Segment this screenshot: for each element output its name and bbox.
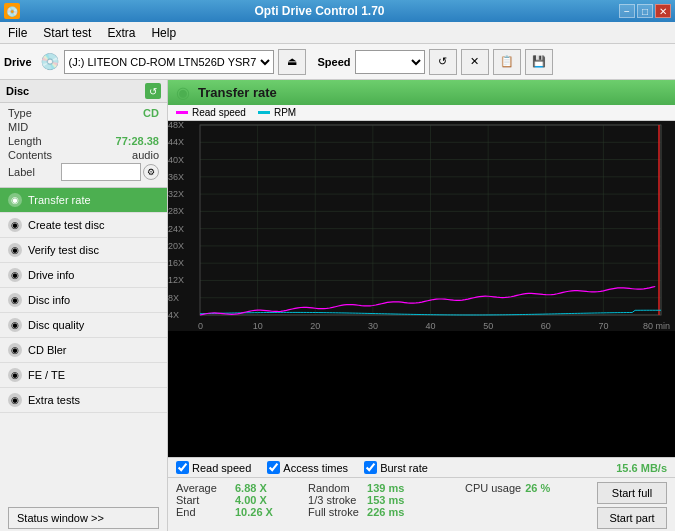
disc-label-key: Label [8, 166, 35, 178]
check-burst-rate[interactable]: Burst rate [364, 461, 428, 474]
nav-list: ◉ Transfer rate ◉ Create test disc ◉ Ver… [0, 188, 167, 413]
refresh-button[interactable]: ↺ [429, 49, 457, 75]
drive-label: Drive [4, 56, 32, 68]
stat-cpu-row: CPU usage 26 % [465, 482, 589, 494]
nav-icon-quality: ◉ [8, 318, 22, 332]
close-button[interactable]: ✕ [655, 4, 671, 18]
chart-controls: Read speed Access times Burst rate 15.6 … [168, 457, 675, 478]
stat-cpu-val: 26 % [525, 482, 575, 494]
stat-random-row: Random 139 ms [308, 482, 457, 494]
disc-refresh-icon[interactable]: ↺ [145, 83, 161, 99]
disc-length-row: Length 77:28.38 [8, 135, 159, 147]
disc-type-key: Type [8, 107, 32, 119]
nav-cd-bler[interactable]: ◉ CD Bler [0, 338, 167, 363]
nav-transfer-rate[interactable]: ◉ Transfer rate [0, 188, 167, 213]
nav-label-create: Create test disc [28, 219, 104, 231]
checkbox-access-times[interactable] [267, 461, 280, 474]
stat-fullstroke-row: Full stroke 226 ms [308, 506, 457, 518]
disc-mid-row: MID [8, 121, 159, 133]
stat-end-row: End 10.26 X [176, 506, 300, 518]
nav-label-disc: Disc info [28, 294, 70, 306]
nav-verify-test-disc[interactable]: ◉ Verify test disc [0, 238, 167, 263]
titlebar-controls: − □ ✕ [619, 4, 671, 18]
stat-stroke13-row: 1/3 stroke 153 ms [308, 494, 457, 506]
disc-length-key: Length [8, 135, 42, 147]
stat-average-val: 6.88 X [235, 482, 285, 494]
drive-icon: 💿 [40, 52, 60, 71]
menu-starttest[interactable]: Start test [35, 22, 99, 43]
clear-button[interactable]: ✕ [461, 49, 489, 75]
legend-rpm: RPM [258, 107, 296, 118]
nav-icon-extra: ◉ [8, 393, 22, 407]
nav-icon-disc: ◉ [8, 293, 22, 307]
disc-contents-val: audio [132, 149, 159, 161]
nav-disc-info[interactable]: ◉ Disc info [0, 288, 167, 313]
speed-select[interactable] [355, 50, 425, 74]
start-part-button[interactable]: Start part [597, 507, 667, 529]
action-buttons: Start full Start part [597, 482, 667, 529]
disc-header: Disc ↺ [0, 80, 167, 103]
status-window-button[interactable]: Status window >> [8, 507, 159, 529]
nav-icon-transfer: ◉ [8, 193, 22, 207]
legend-label-rpm: RPM [274, 107, 296, 118]
copy-button[interactable]: 📋 [493, 49, 521, 75]
minimize-button[interactable]: − [619, 4, 635, 18]
stat-start-key: Start [176, 494, 231, 506]
stat-random-val: 139 ms [367, 482, 417, 494]
nav-icon-create: ◉ [8, 218, 22, 232]
nav-label-cdbler: CD Bler [28, 344, 67, 356]
nav-fe-te[interactable]: ◉ FE / TE [0, 363, 167, 388]
check-read-label: Read speed [192, 462, 251, 474]
start-full-button[interactable]: Start full [597, 482, 667, 504]
chart-legend: Read speed RPM [168, 105, 675, 121]
nav-icon-fete: ◉ [8, 368, 22, 382]
window-title: Opti Drive Control 1.70 [20, 4, 619, 18]
check-read-speed[interactable]: Read speed [176, 461, 251, 474]
legend-read-speed: Read speed [176, 107, 246, 118]
checkbox-read-speed[interactable] [176, 461, 189, 474]
nav-icon-drive: ◉ [8, 268, 22, 282]
menu-file[interactable]: File [0, 22, 35, 43]
nav-icon-verify: ◉ [8, 243, 22, 257]
check-access-times[interactable]: Access times [267, 461, 348, 474]
disc-mid-key: MID [8, 121, 28, 133]
stat-end-key: End [176, 506, 231, 518]
disc-contents-key: Contents [8, 149, 52, 161]
check-burst-label: Burst rate [380, 462, 428, 474]
maximize-button[interactable]: □ [637, 4, 653, 18]
nav-drive-info[interactable]: ◉ Drive info [0, 263, 167, 288]
legend-label-read: Read speed [192, 107, 246, 118]
disc-length-val: 77:28.38 [116, 135, 159, 147]
nav-create-test-disc[interactable]: ◉ Create test disc [0, 213, 167, 238]
stat-random-key: Random [308, 482, 363, 494]
nav-label-verify: Verify test disc [28, 244, 99, 256]
disc-header-label: Disc [6, 85, 29, 97]
stats-col3: CPU usage 26 % [465, 482, 589, 529]
save-button[interactable]: 💾 [525, 49, 553, 75]
menu-extra[interactable]: Extra [99, 22, 143, 43]
check-access-label: Access times [283, 462, 348, 474]
stats-area: Average 6.88 X Start 4.00 X End 10.26 X … [168, 478, 675, 531]
menubar: File Start test Extra Help [0, 22, 675, 44]
disc-label-input[interactable] [61, 163, 141, 181]
disc-info: Type CD MID Length 77:28.38 Contents aud… [0, 103, 167, 188]
eject-button[interactable]: ⏏ [278, 49, 306, 75]
stat-average-row: Average 6.88 X [176, 482, 300, 494]
menu-help[interactable]: Help [143, 22, 184, 43]
drive-select[interactable]: (J:) LITEON CD-ROM LTN526D YSR7 [64, 50, 274, 74]
nav-extra-tests[interactable]: ◉ Extra tests [0, 388, 167, 413]
nav-label-quality: Disc quality [28, 319, 84, 331]
stats-col2: Random 139 ms 1/3 stroke 153 ms Full str… [308, 482, 457, 529]
chart-header: ◉ Transfer rate [168, 80, 675, 105]
disc-type-row: Type CD [8, 107, 159, 119]
disc-contents-row: Contents audio [8, 149, 159, 161]
toolbar: Drive 💿 (J:) LITEON CD-ROM LTN526D YSR7 … [0, 44, 675, 80]
disc-settings-icon[interactable]: ⚙ [143, 164, 159, 180]
checkbox-burst-rate[interactable] [364, 461, 377, 474]
nav-disc-quality[interactable]: ◉ Disc quality [0, 313, 167, 338]
chart-area [168, 121, 675, 457]
stat-cpu-key: CPU usage [465, 482, 521, 494]
legend-color-read [176, 111, 188, 114]
main-container: Disc ↺ Type CD MID Length 77:28.38 Conte… [0, 80, 675, 531]
chart-title: Transfer rate [198, 85, 277, 100]
